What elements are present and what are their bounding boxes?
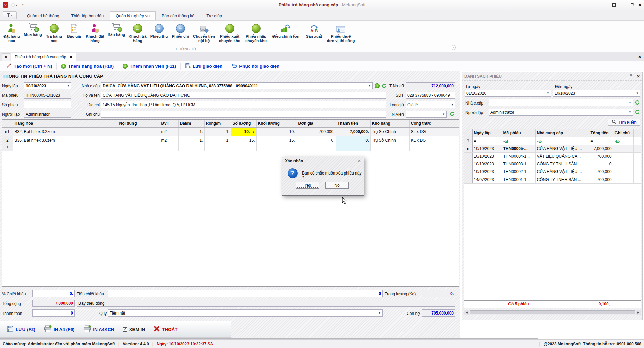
pcol-ghi-chu[interactable]: Ghi chú [613, 129, 633, 137]
list-cell-code[interactable]: THN00002-1... [502, 168, 535, 176]
loai-gia-combo[interactable]: Giá lẻ▼ [406, 101, 455, 108]
fit-screen-button[interactable] [612, 3, 616, 7]
col-noi-dung[interactable]: Nội dung [118, 120, 160, 127]
pcol-ngay-lap[interactable]: Ngày lập [472, 129, 502, 137]
grid-row[interactable]: ▸1 B32, Bạt hiflex 3.2zem m2 1. 1. 10. ▼… [2, 127, 459, 136]
dropdown-arrow-icon[interactable]: ▼ [251, 131, 255, 134]
list-cell[interactable] [613, 145, 633, 152]
ribbon-item-tra-hang-ncc[interactable]: → Trả hàng ncc [44, 21, 64, 44]
grid-cell[interactable]: 15. [256, 136, 297, 145]
ribbon-item-phieu-nhap-chuyen-kho[interactable]: ↓ Phiếu nhập chuyển kho [243, 21, 269, 44]
grid-cell[interactable] [160, 145, 178, 151]
close-tab-left-button[interactable]: ✕ [2, 53, 10, 61]
pcol-nha-cung-cap[interactable]: Nhà cung cấp [535, 129, 589, 137]
list-cell[interactable]: CÔNG TY TNHH SẢN ... [535, 160, 589, 168]
grid-cell[interactable] [231, 145, 256, 151]
list-item[interactable]: 10/10/2023 THN00003-1... CÔNG TY TNHH SẢ… [464, 160, 641, 168]
grid-cell[interactable]: Trụ Sở Chính [370, 136, 409, 145]
grid-cell[interactable] [118, 136, 160, 145]
scroll-right-icon[interactable]: ▶ [636, 310, 641, 315]
document-tab[interactable]: Phiếu trả hàng nhà cung cấp✕ [11, 53, 76, 61]
grid-cell[interactable] [118, 127, 160, 136]
ribbon-item-chuyen-tien-noi-bo[interactable]: Chuyển tiền nội bộ [191, 21, 217, 44]
grid-cell[interactable] [409, 145, 459, 151]
grid-cell[interactable]: 1. [204, 127, 231, 136]
quy-combo[interactable]: Tiền mặt▼ [108, 309, 383, 317]
nguoi-lap-field[interactable]: Administrator [24, 111, 71, 118]
list-cell[interactable]: 10/10/2023 [472, 145, 502, 152]
grid-new-row[interactable]: * [2, 145, 459, 151]
no-button[interactable]: No [325, 182, 349, 189]
nha-ccap-combo[interactable]: DAICA, CỬA HÀNG VẬT LIỆU QUẢNG CÁO ĐẠI H… [101, 82, 373, 89]
filter-equals-cell[interactable]: = [589, 137, 613, 145]
grid-cell-amount[interactable]: 7,000,000. [336, 127, 370, 136]
ribbon-tab-thiet-lap-ban-dau[interactable]: Thiết lập ban đầu [65, 11, 110, 20]
tien-chiet-khau-field[interactable]: 0 [108, 290, 383, 297]
ngay-lap-combo[interactable]: 10/10/2023▼ [24, 82, 71, 89]
grid-cell[interactable] [13, 145, 118, 151]
close-tab-icon[interactable]: ✕ [69, 55, 72, 59]
grid-cell[interactable]: B36, Bạt hiflex 3.6zem [13, 136, 118, 145]
sdt-field[interactable]: 028 3775888 - 0909049 [406, 92, 455, 99]
checkbox-checked-icon[interactable]: ✓ [123, 327, 127, 332]
list-cell-code[interactable]: THN00001-1... [502, 176, 535, 183]
dropdown-arrow-icon[interactable]: ▼ [441, 113, 445, 116]
list-item[interactable]: 10/10/2023 THN00002-1... CỬA HÀNG VẬT LI… [464, 168, 641, 176]
ribbon-item-san-xuat[interactable]: AB Sản xuất [303, 21, 325, 39]
exit-button[interactable]: THOÁT [149, 323, 182, 335]
col-dai-m[interactable]: Dài/m [178, 120, 204, 127]
grid-cell[interactable] [118, 145, 160, 151]
grid-cell[interactable]: 1. [204, 136, 231, 145]
grid-cell[interactable]: SL x DG [409, 127, 459, 136]
col-rong-m[interactable]: Rộng/m [204, 120, 231, 127]
so-phieu-field[interactable] [24, 101, 71, 108]
dropdown-arrow-icon[interactable]: ▼ [367, 84, 371, 87]
list-cell[interactable]: CỬA HÀNG VẬT LIỆU ... [535, 168, 589, 176]
dropdown-arrow-icon[interactable]: ▼ [627, 111, 631, 114]
list-item[interactable]: 10/10/2023 THN00004-1... VẬT LIỆU QUẢNG … [464, 152, 641, 160]
list-cell-code[interactable]: THN00003-1... [502, 160, 535, 168]
dropdown-arrow-icon[interactable]: ▼ [635, 92, 639, 95]
grid-cell-quantity[interactable]: 10. ▼ [231, 127, 256, 136]
filter-equals-cell[interactable]: = [472, 137, 502, 145]
list-cell[interactable] [613, 152, 633, 160]
close-document-right-button[interactable]: ✕ [638, 55, 641, 59]
list-cell[interactable] [613, 176, 633, 183]
list-cell[interactable]: VẬT LIỆU QUẢNG CÁ... [535, 152, 589, 160]
add-employee-link[interactable]: + Thêm nhân viên (F11) [118, 63, 181, 70]
dropdown-arrow-icon[interactable]: ▼ [377, 311, 381, 315]
col-hang-hoa[interactable]: Hàng hóa [13, 120, 118, 127]
trong-luong-field[interactable]: 0. [422, 290, 455, 297]
chiet-khau-field[interactable]: 0. [32, 290, 75, 297]
scrollbar-thumb[interactable] [470, 310, 635, 314]
xem-in-checkbox[interactable]: ✓ XEM IN [118, 323, 149, 335]
grid-cell-amount[interactable]: 0. [336, 136, 370, 145]
refresh-icon[interactable] [635, 109, 640, 115]
grid-cell[interactable] [178, 145, 204, 151]
search-button[interactable]: Tìm kiếm [608, 119, 640, 126]
col-cong-thuc[interactable]: Công thức [409, 120, 459, 127]
add-product-link[interactable]: + Thêm hàng hóa (F10) [57, 63, 118, 70]
col-khoi-luong[interactable]: Khối lượng [256, 120, 297, 127]
ribbon-collapse-button[interactable]: ▲ [451, 45, 456, 50]
list-cell[interactable] [613, 160, 633, 168]
grid-cell[interactable]: m2 [160, 127, 178, 136]
ribbon-item-ban-hang[interactable]: ↑ Bán hàng [106, 21, 127, 38]
restore-button[interactable] [630, 4, 633, 6]
ribbon-tab-tro-giup[interactable]: Trợ giúp [200, 11, 228, 20]
grid-cell[interactable]: m2 [160, 136, 178, 145]
pcol-ma-phieu[interactable]: Mã phiếu [502, 129, 535, 137]
print-a4-button[interactable]: IN A4 (F6) [40, 323, 79, 335]
refresh-icon[interactable] [635, 100, 640, 105]
col-dvt[interactable]: ĐVT [160, 120, 178, 127]
list-cell[interactable]: 0 [589, 160, 613, 168]
add-supplier-button[interactable]: + [375, 83, 380, 88]
panel-nha-ccap-combo[interactable]: ▼ [489, 99, 633, 106]
grid-cell[interactable]: B32, Bạt hiflex 3.2zem [13, 127, 118, 136]
list-cell[interactable]: 10/10/2023 [472, 152, 502, 160]
yes-button[interactable]: Yes [296, 182, 319, 189]
dropdown-arrow-icon[interactable]: ▼ [450, 103, 454, 106]
grid-cell[interactable] [204, 145, 231, 151]
col-kho-hang[interactable]: Kho hàng [370, 120, 409, 127]
scroll-left-icon[interactable]: ◀ [464, 310, 469, 315]
